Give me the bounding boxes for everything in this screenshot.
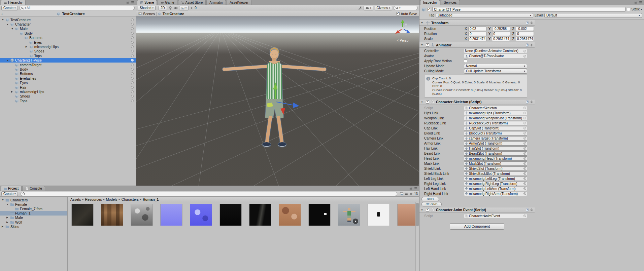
2d-toggle[interactable]: 2D [159,6,167,10]
row-circle[interactable] [131,68,134,71]
scene-viewport[interactable]: < Persp [136,16,419,186]
position-x-field[interactable]: 0.02 [468,27,486,31]
foldout-arrow[interactable] [6,216,10,219]
breadcrumb-scenes[interactable]: Scenes [143,12,155,16]
rebind-button[interactable]: RE-BIND [421,202,442,206]
asset-thumbnail-normal-map-light[interactable] [161,204,182,226]
asset-thumbnail-skin-atlas[interactable] [279,204,301,226]
breadcrumb-scene-name[interactable]: TestCreature [163,12,184,16]
folder-item[interactable]: Characters [0,198,67,202]
tree-item[interactable]: Hair [0,85,136,89]
tab-asset-store[interactable]: Asset Store [178,0,206,5]
object-picker-icon[interactable] [523,121,527,125]
foldout-arrow[interactable] [421,101,425,103]
static-checkbox[interactable] [627,8,630,11]
auto-save-toggle[interactable]: Auto Save [396,12,417,16]
hierarchy-search-input[interactable]: ▾ All [19,6,135,10]
project-search-input[interactable] [21,192,397,196]
row-circle[interactable] [131,41,134,44]
rotation-x-field[interactable]: 0 [468,32,486,36]
foldout-arrow[interactable] [421,209,425,211]
row-circle[interactable] [131,32,134,35]
persp-label[interactable]: < Persp [390,39,415,42]
row-circle[interactable] [131,86,134,89]
tree-item[interactable]: Shoes [0,94,136,99]
row-circle[interactable] [131,77,134,80]
row-circle[interactable] [131,72,134,75]
object-field[interactable]: BloodSlot (Transform) [464,131,527,136]
foldout-arrow[interactable] [11,28,15,30]
foldout-arrow[interactable] [6,59,10,62]
search-by-label-icon[interactable] [405,192,408,195]
object-picker-icon[interactable] [523,54,527,58]
breadcrumb-segment-current[interactable]: Human_1 [143,197,159,201]
object-picker-icon[interactable] [523,192,527,195]
foldout-arrow[interactable] [2,199,5,201]
tree-item[interactable]: Body [0,31,136,35]
lock-icon[interactable] [634,1,637,4]
static-dropdown-chevron-icon[interactable]: ▾ [641,8,642,11]
tree-item[interactable]: Eyes [0,80,136,85]
foldout-arrow[interactable] [11,90,15,93]
breadcrumb-segment[interactable]: Models [106,197,117,201]
asset-thumbnail-cloth-gray[interactable] [131,204,152,226]
rotation-z-field[interactable]: 0 [516,32,534,36]
script-object-field[interactable]: CharacterSkeleton [464,106,527,110]
position-y-field[interactable]: -0.25258 [492,27,510,31]
rotation-y-field[interactable]: 0 [492,32,510,36]
object-picker-icon[interactable] [523,126,527,130]
gear-icon[interactable] [530,43,533,47]
tree-item[interactable]: Male [0,27,136,31]
object-field[interactable]: RucksackSlot (Transform) [464,121,527,125]
add-component-button[interactable]: Add Component [450,223,504,230]
asset-thumbnail-normal-map[interactable] [190,204,212,226]
back-chevron-icon[interactable]: ‹ [1,12,7,16]
object-picker-icon[interactable] [523,49,527,53]
tree-item[interactable]: mixamorig:Hips [0,44,136,49]
row-circle[interactable] [131,64,134,66]
object-picker-icon[interactable] [523,106,527,110]
tab-project[interactable]: Project [1,186,22,191]
foldout-arrow[interactable] [421,22,425,24]
shading-mode-dropdown[interactable]: Shaded▾ [138,6,156,10]
asset-thumbnail-black-mark[interactable] [309,204,330,226]
object-picker-icon[interactable] [523,214,527,218]
tree-item[interactable]: Body [0,67,136,71]
axis-gizmo-icon[interactable] [393,18,413,39]
bind-button[interactable]: BIND [421,197,439,201]
object-picker-icon[interactable] [523,152,527,155]
gear-icon[interactable] [530,21,533,25]
lighting-toggle-icon[interactable] [168,6,172,10]
tab-console[interactable]: Console [22,186,45,191]
preview-play-button[interactable] [353,219,358,224]
asset-thumbnail-black-streak[interactable] [249,204,271,226]
object-picker-icon[interactable] [523,157,527,160]
folder-item[interactable]: Skins [0,224,67,229]
search-filter-chevron-icon[interactable]: ▾ [25,7,26,9]
row-circle[interactable] [131,50,134,52]
tree-item[interactable]: cameraTarget [0,63,136,67]
component-enabled-checkbox[interactable] [426,208,429,211]
asset-thumbnail-hair-atlas[interactable] [101,204,123,226]
object-picker-icon[interactable] [523,116,527,120]
foldout-arrow[interactable] [421,44,425,46]
row-circle[interactable] [131,27,134,30]
row-circle[interactable] [131,45,134,48]
layer-dropdown[interactable]: Default [544,13,642,18]
favorites-icon[interactable] [409,192,413,195]
camera-settings-dropdown[interactable]: ▾ [364,6,373,10]
object-picker-icon[interactable] [523,167,527,170]
row-circle[interactable] [131,95,134,98]
component-enabled-checkbox[interactable] [426,100,429,104]
tab-inspector[interactable]: Inspector [420,0,440,5]
character-anim-event-component-header[interactable]: Character Anim Event (Script) [419,207,535,213]
object-field[interactable]: mixamorig:RightLeg (Transform) [464,182,527,186]
object-picker-icon[interactable] [523,182,527,185]
tools-wrench-icon[interactable] [358,6,362,10]
row-circle[interactable] [131,54,134,57]
gameobject-name-field[interactable]: Charter@T-Pose [432,7,625,12]
row-circle[interactable] [131,100,134,102]
object-field[interactable]: mixamorig:WeaponSlot (Transform) [464,116,527,120]
row-circle[interactable] [131,81,134,84]
row-circle[interactable] [131,59,134,62]
